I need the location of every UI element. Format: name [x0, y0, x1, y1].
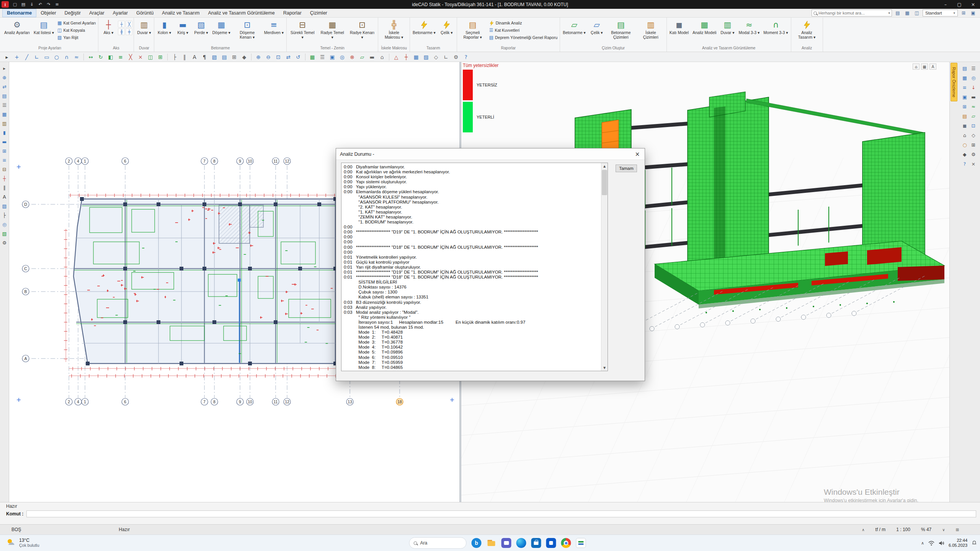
ribbon-button-döşeme[interactable]: ▦Döşeme ▾: [211, 18, 232, 46]
scroll-up-button[interactable]: ▲: [601, 163, 608, 169]
ribbon-button-kolon[interactable]: ▮Kolon ▾: [155, 18, 173, 46]
open-file-button[interactable]: ▤: [20, 1, 27, 8]
slabs[interactable]: ⊞: [0, 147, 9, 155]
view-plan[interactable]: ⊡: [969, 121, 978, 130]
new-file-button[interactable]: ▢: [11, 1, 19, 8]
display-options-button[interactable]: ◫: [913, 10, 921, 16]
regen-tool[interactable]: ↺: [294, 53, 303, 61]
move-tool[interactable]: ↔: [86, 53, 95, 61]
ribbon-tool-axis-offset[interactable]: ╫: [118, 28, 125, 35]
menu-item-değiştir[interactable]: Değiştir: [60, 9, 85, 17]
arc-tool[interactable]: ∩: [62, 53, 71, 61]
analysis-log[interactable]: 0:00 Diyaframlar tanımlanıyor.0:00 Kat a…: [341, 163, 608, 371]
redo-button[interactable]: ↷: [45, 1, 52, 8]
ribbon-button-moment-3-3[interactable]: ∩Moment 3-3 ▾: [762, 18, 789, 46]
dimension-tool[interactable]: ‖: [180, 53, 189, 61]
axis-tool[interactable]: ┼: [402, 53, 411, 61]
minimize-button[interactable]: –: [939, 0, 952, 9]
grid-icon[interactable]: ⊞: [956, 528, 959, 532]
spline-tool[interactable]: ≈: [72, 53, 81, 61]
measure-tool[interactable]: ├: [170, 53, 179, 61]
layers-button[interactable]: ▦: [903, 10, 911, 16]
properties-tool[interactable]: ☰: [318, 53, 327, 61]
ribbon-button-modal-3-3[interactable]: ≈Modal 3-3 ▾: [737, 18, 761, 46]
text[interactable]: A: [0, 192, 9, 201]
properties[interactable]: ☰: [0, 101, 9, 109]
hidden-icons-button[interactable]: ∧: [921, 541, 924, 546]
table-tool[interactable]: ▦: [412, 53, 421, 61]
chevron-up-icon[interactable]: ∧: [862, 528, 864, 532]
hatch-tool[interactable]: ▨: [210, 53, 219, 61]
render[interactable]: ▧: [0, 229, 9, 238]
menu-item-çizimler[interactable]: Çizimler: [306, 9, 332, 17]
hatch[interactable]: ▨: [0, 202, 9, 210]
drawings-panel[interactable]: ▱: [969, 112, 978, 120]
ribbon-button-aks[interactable]: ┼Aks ▾: [100, 18, 117, 46]
display-options[interactable]: ◎: [969, 73, 978, 82]
command-input[interactable]: [26, 510, 976, 517]
ribbon-button-betonarme[interactable]: Betonarme ▾: [411, 18, 437, 46]
menu-item-ayarlar[interactable]: Ayarlar: [109, 9, 132, 17]
rotate-tool[interactable]: ↻: [96, 53, 105, 61]
status-unit[interactable]: tf / m: [875, 527, 886, 532]
menu-item-betonarme[interactable]: Betonarme: [2, 9, 36, 17]
ribbon-button-i-skele-çizimleri[interactable]: ▥İskele Çizimleri: [636, 18, 665, 46]
match-properties-tool[interactable]: ▦: [308, 53, 317, 61]
area-tool[interactable]: ▱: [358, 53, 367, 61]
ribbon-tool-axis-edit[interactable]: ╪: [126, 28, 132, 35]
array-tool[interactable]: ⊞: [156, 53, 165, 61]
help-tool[interactable]: ?: [461, 53, 470, 61]
pan-tool[interactable]: ⇄: [284, 53, 293, 61]
report-preview-tab[interactable]: Rapor Önizleme: [951, 63, 957, 101]
ortho-tool[interactable]: ∟: [441, 53, 451, 61]
ribbon-button-sürekli-temel[interactable]: ⊟Sürekli Temel ▾: [288, 18, 317, 46]
axes[interactable]: ┼: [0, 174, 9, 183]
dimensions[interactable]: ‖: [0, 183, 9, 192]
ribbon-button-yarı-rijit[interactable]: ▨Yarı Rijit: [56, 34, 97, 41]
menu-item-görüntü[interactable]: Görüntü: [132, 9, 158, 17]
copy-tool[interactable]: ◫: [146, 53, 155, 61]
section-tool[interactable]: ▬: [368, 53, 377, 61]
ribbon-button-döşeme-kenarı[interactable]: ⊡Döşeme Kenarı ▾: [233, 18, 262, 46]
close-panel[interactable]: ×: [969, 160, 978, 168]
command-search-box[interactable]: ▾: [812, 10, 892, 16]
ribbon-button-betonarme-çizimleri[interactable]: ▤Betonarme Çizimleri: [606, 18, 635, 46]
ribbon-button-merdiven[interactable]: ≡Merdiven ▾: [263, 18, 285, 46]
wifi-icon[interactable]: [928, 541, 934, 546]
bing-button[interactable]: b: [472, 538, 482, 548]
ribbon-button-deprem-yönetmeliği-genel-raporu[interactable]: ▤Deprem Yönetmeliği Genel Raporu: [488, 34, 559, 41]
camera[interactable]: ◇: [969, 131, 978, 139]
clock[interactable]: 22:44 6.05.2023: [949, 538, 967, 548]
paragraph-tool[interactable]: ¶: [200, 53, 209, 61]
ribbon-button-çelik[interactable]: ▱Çelik ▾: [588, 18, 606, 46]
ribbon-button-katı-model[interactable]: ◼Katı Model: [668, 18, 690, 46]
customize-quick-access-button[interactable]: ≡: [53, 1, 61, 8]
erase-tool[interactable]: ×: [136, 53, 145, 61]
select-arrow[interactable]: ▸: [0, 64, 9, 72]
settings[interactable]: ⚙: [969, 150, 978, 158]
scroll-down-button[interactable]: ▼: [601, 365, 608, 371]
north-tool[interactable]: △: [392, 53, 401, 61]
ribbon-button-radye-temel[interactable]: ▦Radye Temel ▾: [318, 18, 347, 46]
status-zoom[interactable]: % 47: [921, 527, 931, 532]
dialog-close-button[interactable]: ×: [630, 148, 645, 160]
scroll-thumb[interactable]: [602, 170, 607, 195]
ribbon-button-kat-kopyala[interactable]: ◫Kat Kopyala: [56, 27, 97, 34]
layers[interactable]: ▤: [0, 91, 9, 100]
chevron-down-icon[interactable]: ▾: [888, 11, 890, 15]
foundations[interactable]: ⊟: [0, 165, 9, 173]
menu-item-raporlar[interactable]: Raporlar: [279, 9, 306, 17]
select-tool[interactable]: ▸: [2, 53, 11, 61]
rectangle-tool[interactable]: ▭: [42, 53, 51, 61]
ribbon-button-analiz-modeli[interactable]: ▦Analiz Modeli: [691, 18, 718, 46]
style-selector[interactable]: Standart ▾: [923, 10, 958, 16]
ribbon-tool-axis-angular[interactable]: ╳: [126, 21, 132, 28]
objects[interactable]: ▦: [0, 110, 9, 118]
ribbon-button-duvar[interactable]: ▥Duvar ▾: [135, 18, 153, 46]
idecad-app-button[interactable]: [576, 538, 586, 548]
ribbon-button-betonarme[interactable]: ▱Betonarme ▾: [561, 18, 587, 46]
grid[interactable]: ⊞: [969, 140, 978, 149]
mirror-tool[interactable]: ◧: [106, 53, 115, 61]
ribbon-button-kat-kuvvetleri[interactable]: ☰Kat Kuvvetleri: [488, 27, 559, 34]
osnap-tool[interactable]: ◇: [431, 53, 441, 61]
